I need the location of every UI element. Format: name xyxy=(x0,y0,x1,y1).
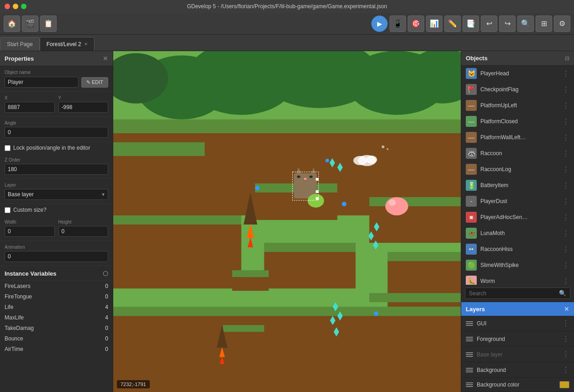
object-icon: — xyxy=(466,100,477,111)
height-input[interactable] xyxy=(58,226,109,237)
object-more-button[interactable]: ⋮ xyxy=(562,229,569,238)
object-name: LunaMoth xyxy=(480,230,558,236)
object-list-item[interactable]: 🦝 Raccoon ⋮ xyxy=(461,146,574,162)
events-sheet-button[interactable]: 📊 xyxy=(426,16,442,32)
properties-close-button[interactable]: ✕ xyxy=(103,55,108,62)
object-list-item[interactable]: — PlatformUpLeft ⋮ xyxy=(461,98,574,114)
object-more-button[interactable]: ⋮ xyxy=(562,197,569,206)
object-more-button[interactable]: ⋮ xyxy=(562,181,569,190)
object-list-item[interactable]: 🔋 BatteryItem ⋮ xyxy=(461,178,574,193)
object-more-button[interactable]: ⋮ xyxy=(562,69,569,78)
angle-input[interactable] xyxy=(5,127,108,138)
canvas-area[interactable]: 7232;-1791 xyxy=(113,51,461,392)
svg-point-42 xyxy=(308,194,324,208)
layer-select[interactable]: Base layer GUI Foreground Background xyxy=(5,189,108,200)
settings-button[interactable]: ⚙ xyxy=(554,16,570,32)
object-list-item[interactable]: •• RaccoonHiss ⋮ xyxy=(461,241,574,257)
layer-more-button[interactable]: ⋮ xyxy=(562,350,569,359)
layer-more-button[interactable]: ⋮ xyxy=(562,335,569,343)
height-col: Height xyxy=(58,220,109,237)
object-more-button[interactable]: ⋮ xyxy=(562,245,569,254)
object-more-button[interactable]: ⋮ xyxy=(562,277,569,285)
lock-label: Lock position/angle in the editor xyxy=(13,145,90,151)
variable-value: 0 xyxy=(105,346,108,352)
object-list-item[interactable]: 🦋 LunaMoth ⋮ xyxy=(461,225,574,241)
object-list-item[interactable]: — RaccoonLog ⋮ xyxy=(461,162,574,178)
y-input[interactable] xyxy=(58,102,109,113)
custom-size-checkbox[interactable] xyxy=(5,207,11,213)
object-more-button[interactable]: ⋮ xyxy=(562,165,569,174)
object-list-item[interactable]: — PlatformClosed ⋮ xyxy=(461,114,574,130)
object-list-item[interactable]: ■ PlayerAdHocSen… ⋮ xyxy=(461,209,574,225)
layer-color-swatch[interactable] xyxy=(559,381,569,388)
custom-size-label: Custom size? xyxy=(13,207,47,213)
events-button[interactable]: 📋 xyxy=(40,16,57,32)
object-list-item[interactable]: 🐛 Worm ⋮ xyxy=(461,273,574,285)
play-button[interactable]: ▶ xyxy=(371,16,388,32)
tab-forest-level2[interactable]: Forest/Level 2 ✕ xyxy=(40,37,95,51)
external-events-button[interactable]: 📑 xyxy=(463,16,479,32)
open-variables-icon[interactable]: ⬡ xyxy=(103,270,108,277)
layer-name: Background xyxy=(477,367,558,373)
objects-list: 🐱 PlayerHead ⋮ 🚩 CheckpointFlag ⋮ — Plat… xyxy=(461,66,574,285)
layer-name: Background color xyxy=(477,382,556,388)
close-button[interactable] xyxy=(5,4,10,9)
object-icon: 🟢 xyxy=(466,260,477,271)
game-scene xyxy=(113,51,461,392)
layer-item[interactable]: Foreground ⋮ xyxy=(461,331,574,347)
zoom-out-button[interactable]: 🔍 xyxy=(517,16,534,32)
tab-forest-level2-close[interactable]: ✕ xyxy=(84,42,88,47)
object-list-item[interactable]: — PlatformWallLeft… ⋮ xyxy=(461,130,574,146)
grid-button[interactable]: ⊞ xyxy=(536,16,552,32)
z-order-input[interactable] xyxy=(5,164,108,175)
z-order-label: Z Order xyxy=(5,157,108,162)
tab-start-page[interactable]: Start Page xyxy=(0,37,40,51)
object-more-button[interactable]: ⋮ xyxy=(562,85,569,94)
lock-checkbox[interactable] xyxy=(5,145,11,151)
x-input[interactable] xyxy=(5,102,55,113)
layers-close-button[interactable]: ✕ xyxy=(564,305,569,313)
edit-button[interactable]: ✎ EDIT xyxy=(81,77,108,88)
layer-item[interactable]: Background color xyxy=(461,378,574,392)
search-input[interactable] xyxy=(469,290,556,297)
right-panel: Objects ⊟ 🐱 PlayerHead ⋮ 🚩 CheckpointFla… xyxy=(461,51,574,392)
properties-button[interactable]: ✏️ xyxy=(444,16,461,32)
object-list-item[interactable]: 🐱 PlayerHead ⋮ xyxy=(461,66,574,82)
preview-button[interactable]: 📱 xyxy=(390,16,406,32)
svg-rect-62 xyxy=(316,178,319,181)
object-list-item[interactable]: 🚩 CheckpointFlag ⋮ xyxy=(461,82,574,98)
tab-start-page-label: Start Page xyxy=(7,41,33,47)
scene-button[interactable]: 🎬 xyxy=(22,16,38,32)
object-more-button[interactable]: ⋮ xyxy=(562,213,569,222)
object-list-item[interactable]: 🟢 SlimeWithSpike ⋮ xyxy=(461,257,574,273)
layer-more-button[interactable]: ⋮ xyxy=(562,366,569,374)
object-more-button[interactable]: ⋮ xyxy=(562,261,569,270)
layer-more-button[interactable]: ⋮ xyxy=(562,319,569,328)
object-name: PlatformWallLeft… xyxy=(480,134,558,141)
home-button[interactable]: 🏠 xyxy=(4,16,20,32)
variable-name: Bounce xyxy=(5,335,23,342)
layer-item[interactable]: Base layer ⋮ xyxy=(461,347,574,362)
undo-button[interactable]: ↩ xyxy=(481,16,497,32)
object-more-button[interactable]: ⋮ xyxy=(562,133,569,142)
object-more-button[interactable]: ⋮ xyxy=(562,117,569,126)
object-more-button[interactable]: ⋮ xyxy=(562,101,569,110)
layer-item[interactable]: GUI ⋮ xyxy=(461,316,574,331)
objects-button[interactable]: 🎯 xyxy=(408,16,424,32)
instance-variables-header: Instance Variables ⬡ xyxy=(0,266,113,281)
angle-section: Angle xyxy=(0,117,113,142)
width-input[interactable] xyxy=(5,226,55,237)
object-list-item[interactable]: - PlayerDust ⋮ xyxy=(461,193,574,209)
svg-rect-64 xyxy=(316,197,319,200)
layer-select-wrapper: Base layer GUI Foreground Background xyxy=(5,189,108,200)
variables-list: FireLasers0FireTongue0Life4MaxLife4TakeD… xyxy=(0,281,113,355)
layer-item[interactable]: Background ⋮ xyxy=(461,362,574,378)
object-more-button[interactable]: ⋮ xyxy=(562,149,569,158)
svg-rect-38 xyxy=(310,176,313,178)
maximize-button[interactable] xyxy=(21,4,26,9)
minimize-button[interactable] xyxy=(13,4,18,9)
objects-filter-icon[interactable]: ⊟ xyxy=(565,55,569,62)
animation-input[interactable] xyxy=(5,251,108,262)
redo-button[interactable]: ↪ xyxy=(499,16,516,32)
object-name-input[interactable] xyxy=(5,77,79,88)
